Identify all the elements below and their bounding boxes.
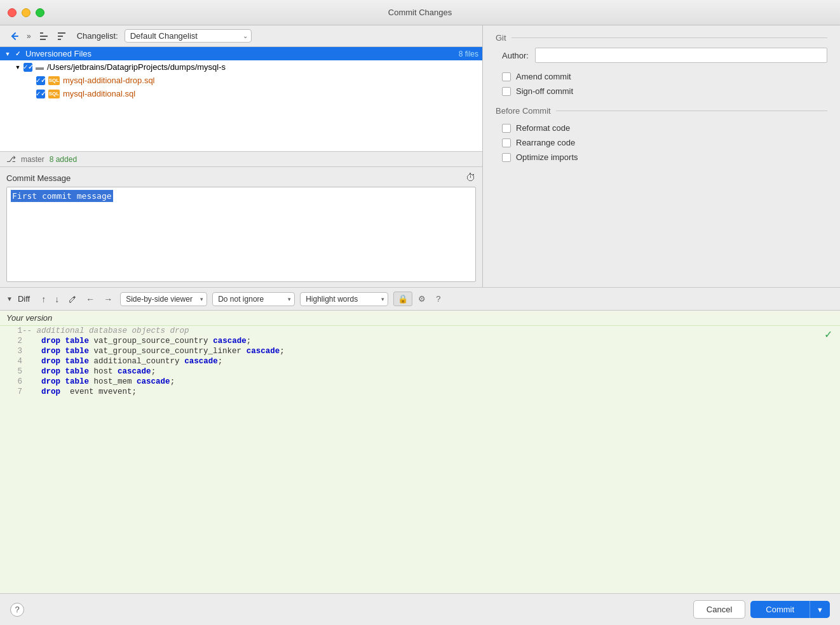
code-section: Your version ✓ 1 -- additional database …: [0, 311, 840, 593]
back-button[interactable]: [6, 30, 22, 43]
highlight-select-wrapper: Highlight words Highlight lines Highligh…: [300, 292, 388, 306]
minimize-button[interactable]: [22, 8, 30, 17]
footer: ? Cancel Commit ▼: [0, 593, 840, 625]
bottom-section: ▼ Diff ↑ ↓ ← → Side-by-side viewer Unifi…: [0, 287, 840, 593]
code-keyword: table: [65, 347, 90, 356]
code-keyword: table: [65, 367, 90, 376]
history-button[interactable]: ⏱: [466, 172, 476, 184]
signoff-commit-checkbox[interactable]: [502, 87, 511, 96]
scroll-down-button[interactable]: ↓: [51, 292, 63, 306]
file-checkbox[interactable]: [13, 50, 22, 58]
line-content: -- additional database objects drop: [22, 326, 840, 336]
left-panel: » Changelist:: [0, 25, 483, 287]
collapse-icon: [57, 31, 67, 41]
reformat-code-label: Reformat code: [516, 123, 570, 133]
commit-dropdown-button[interactable]: ▼: [810, 601, 830, 618]
reformat-code-checkbox[interactable]: [502, 124, 511, 133]
status-bar: ⎇ master 8 added: [0, 152, 482, 167]
line-content: drop table host_mem cascade;: [22, 377, 840, 387]
code-identifier: event mvevent;: [65, 387, 137, 396]
branch-icon: ⎇: [6, 154, 16, 164]
git-section-title: Git: [496, 33, 827, 43]
tree-item-name: mysql-additional-drop.sql: [63, 76, 478, 85]
diff-help-button[interactable]: ?: [431, 292, 445, 306]
maximize-button[interactable]: [36, 8, 44, 17]
reformat-code-row[interactable]: Reformat code: [502, 121, 827, 135]
expand-button[interactable]: [36, 30, 51, 43]
settings-button[interactable]: ⚙: [414, 292, 430, 306]
code-keyword: cascade: [184, 357, 218, 366]
before-commit-section: Before Commit Reformat code Rearrange co…: [496, 106, 827, 165]
ignore-select[interactable]: Do not ignore Ignore whitespace: [212, 292, 295, 306]
more-button[interactable]: »: [24, 30, 34, 42]
file-checkbox[interactable]: ✓: [24, 63, 32, 72]
line-content: drop table vat_group_source_country casc…: [22, 336, 840, 346]
rearrange-code-label: Rearrange code: [516, 138, 575, 147]
code-line: 1 -- additional database objects drop: [0, 326, 840, 336]
code-keyword: cascade: [137, 377, 170, 386]
line-content: drop event mvevent;: [22, 387, 840, 397]
author-input[interactable]: [535, 48, 827, 63]
line-number: 2: [0, 336, 22, 346]
edit-button[interactable]: [64, 293, 81, 306]
amend-commit-label: Amend commit: [516, 72, 571, 81]
amend-commit-checkbox[interactable]: [502, 72, 511, 81]
diff-toggle-icon[interactable]: ▼: [6, 295, 13, 302]
file-checkbox[interactable]: ✓: [36, 90, 45, 98]
ignore-select-wrapper: Do not ignore Ignore whitespace ▾: [212, 292, 295, 306]
next-change-button[interactable]: →: [100, 292, 116, 306]
code-identifier: vat_group_source_country_linker: [94, 347, 242, 356]
line-number: 3: [0, 346, 22, 356]
window-title: Commit Changes: [388, 8, 452, 17]
tree-row[interactable]: ▼ ✓ SQL mysql-additional.sql: [0, 87, 482, 100]
top-section: » Changelist:: [0, 25, 840, 287]
lock-button[interactable]: 🔒: [393, 292, 412, 306]
tree-toggle-icon: ▼: [14, 64, 22, 71]
collapse-button[interactable]: [54, 30, 69, 43]
code-keyword: drop: [41, 337, 60, 346]
code-line: 5 drop table host cascade;: [0, 366, 840, 377]
optimize-imports-row[interactable]: Optimize imports: [502, 150, 827, 165]
right-panel: Git Author: Amend commit Sign-off commit…: [483, 25, 840, 287]
close-button[interactable]: [8, 8, 17, 17]
commit-message-header: Commit Message ⏱: [6, 172, 476, 184]
window-controls: [8, 8, 44, 17]
line-content: drop table additional_country cascade;: [22, 356, 840, 366]
code-identifier: host_mem: [94, 377, 132, 386]
code-line: 7 drop event mvevent;: [0, 387, 840, 397]
changelist-select[interactable]: Default Changelist: [125, 29, 252, 43]
commit-message-label: Commit Message: [6, 173, 466, 183]
amend-commit-row[interactable]: Amend commit: [502, 69, 827, 84]
code-line: 2 drop table vat_group_source_country ca…: [0, 336, 840, 346]
tree-toggle-icon: ▼: [4, 50, 11, 58]
code-keyword: table: [65, 377, 90, 386]
viewer-select[interactable]: Side-by-side viewer Unified viewer: [120, 292, 207, 306]
signoff-commit-row[interactable]: Sign-off commit: [502, 84, 827, 98]
sql-file-icon: SQL: [48, 76, 60, 85]
svg-rect-5: [58, 39, 61, 40]
commit-message-input[interactable]: First commit message: [6, 187, 476, 282]
commit-message-text: First commit message: [11, 190, 113, 202]
git-section: Git Author: Amend commit Sign-off commit: [496, 33, 827, 98]
scroll-up-button[interactable]: ↑: [37, 292, 50, 306]
code-line: 6 drop table host_mem cascade;: [0, 377, 840, 387]
optimize-imports-label: Optimize imports: [516, 152, 578, 162]
code-identifier: vat_group_source_country: [94, 337, 208, 346]
tree-row[interactable]: ▼ ✓ SQL mysql-additional-drop.sql: [0, 74, 482, 87]
code-keyword: drop: [41, 367, 60, 376]
tree-row[interactable]: ▼ Unversioned Files 8 files: [0, 47, 482, 60]
svg-rect-3: [58, 32, 65, 34]
cancel-button[interactable]: Cancel: [693, 600, 745, 619]
prev-change-button[interactable]: ←: [82, 292, 98, 306]
highlight-select[interactable]: Highlight words Highlight lines Highligh…: [300, 292, 388, 306]
commit-button[interactable]: Commit: [750, 601, 810, 618]
rearrange-code-checkbox[interactable]: [502, 138, 511, 147]
optimize-imports-checkbox[interactable]: [502, 153, 511, 162]
file-checkbox[interactable]: ✓: [36, 76, 45, 85]
rearrange-code-row[interactable]: Rearrange code: [502, 135, 827, 150]
svg-rect-2: [40, 39, 46, 40]
help-button[interactable]: ?: [10, 603, 24, 617]
line-number: 6: [0, 377, 22, 387]
title-bar: Commit Changes: [0, 0, 840, 25]
tree-row[interactable]: ▼ ✓ ▬ /Users/jetbrains/DatagripProjects/…: [0, 60, 482, 74]
